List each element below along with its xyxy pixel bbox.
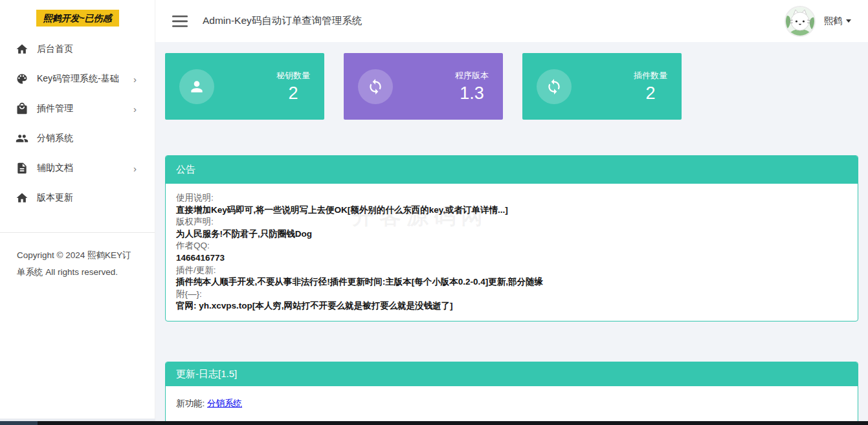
home-icon xyxy=(16,191,28,204)
user-menu[interactable]: 熙鹤 xyxy=(785,6,851,37)
stat-card-plugin-count: 插件数量 2 xyxy=(522,53,682,120)
sidebar-item-label: 后台首页 xyxy=(37,43,73,55)
stat-card-key-count: 秘钥数量 2 xyxy=(165,53,324,120)
sidebar-item-label: 分销系统 xyxy=(37,133,73,144)
stat-label: 秘钥数量 xyxy=(276,70,310,82)
sidebar-item-label: 版本更新 xyxy=(37,192,73,204)
bottom-edge-bar xyxy=(0,421,868,425)
stat-label: 程序版本 xyxy=(455,70,489,82)
announcement-line: 为人民服务!不防君子,只防圈钱Dog xyxy=(176,228,847,241)
changelog-panel-body: 新功能: 分销系统 xyxy=(166,386,858,425)
distribution-system-link[interactable]: 分销系统 xyxy=(207,398,242,408)
caret-down-icon xyxy=(846,19,851,23)
stat-value: 2 xyxy=(288,83,298,104)
stat-card-program-version: 程序版本 1.3 xyxy=(344,53,503,120)
chevron-right-icon: › xyxy=(133,104,137,114)
shopping-bag-icon xyxy=(16,102,28,115)
chevron-right-icon: › xyxy=(133,74,137,84)
announcement-line: 使用说明: xyxy=(176,192,847,204)
announcement-line: 1466416773 xyxy=(176,252,847,265)
sidebar-item-version-update[interactable]: 版本更新 xyxy=(0,183,155,213)
announcement-line: 官网: yh.xcvps.top[本人穷,网站打不开要么就是被打要么就是没钱逝了… xyxy=(176,300,847,312)
stat-cards-row: 秘钥数量 2 程序版本 1.3 插件数量 2 xyxy=(165,53,858,120)
username[interactable]: 熙鹤 xyxy=(824,16,842,27)
menu-icon[interactable] xyxy=(172,15,189,28)
sidebar-item-docs[interactable]: 辅助文档 › xyxy=(0,153,155,183)
sidebar-nav: 后台首页 Key码管理系统-基础 › 插件管理 › 分销系统 xyxy=(0,34,155,213)
sidebar-item-distribution[interactable]: 分销系统 xyxy=(0,124,155,153)
avatar[interactable] xyxy=(785,6,816,37)
copyright-text: Copyright © 2024 熙鹤KEY订单系统 All rights re… xyxy=(0,233,155,281)
announcement-line: 附{—}: xyxy=(176,289,847,301)
top-bar: Admin-Key码自动订单查询管理系统 熙鹤 xyxy=(155,0,868,42)
dev-badge: 熙鹤开发~已伤感 xyxy=(36,10,119,27)
stat-value: 2 xyxy=(645,83,655,104)
chevron-right-icon: › xyxy=(133,164,137,173)
main-content: 秘钥数量 2 程序版本 1.3 插件数量 2 公告 开客源码 xyxy=(155,42,868,425)
sidebar-item-plugin-manage[interactable]: 插件管理 › xyxy=(0,94,155,124)
page-title: Admin-Key码自动订单查询管理系统 xyxy=(203,14,362,28)
home-icon xyxy=(16,43,28,56)
sidebar-item-home[interactable]: 后台首页 xyxy=(0,34,155,64)
sidebar-item-key-manage[interactable]: Key码管理系统-基础 › xyxy=(0,64,155,94)
sync-icon xyxy=(358,69,393,104)
palette-icon xyxy=(16,72,28,85)
sidebar-item-label: Key码管理系统-基础 xyxy=(37,73,119,85)
stat-label: 插件数量 xyxy=(634,70,667,82)
people-icon xyxy=(16,132,28,145)
announcement-panel: 公告 开客源码网 使用说明: 直接增加Key码即可,将一些说明写上去便OK[额外… xyxy=(165,155,858,321)
changelog-panel-title: 更新-日志[1.5] xyxy=(166,362,858,386)
person-icon xyxy=(179,69,214,104)
announcement-line: 版权声明: xyxy=(176,216,847,228)
announcement-line: 直接增加Key码即可,将一些说明写上去便OK[额外别的什么东西的key,或者订单… xyxy=(176,204,847,217)
announcement-line: 插件纯本人顺手开发,不要从事非法行径!插件更新时间:主版本[每个小版本0.2-0… xyxy=(176,276,847,289)
sync-icon xyxy=(537,69,572,104)
new-feature-label: 新功能: xyxy=(176,398,205,408)
announcement-line: 作者QQ: xyxy=(176,240,847,252)
stat-value: 1.3 xyxy=(460,83,484,104)
changelog-panel: 更新-日志[1.5] 新功能: 分销系统 xyxy=(165,362,858,425)
sidebar: 熙鹤开发~已伤感 后台首页 Key码管理系统-基础 › 插件管理 › xyxy=(0,0,155,425)
sidebar-item-label: 插件管理 xyxy=(37,103,73,114)
announcement-panel-title: 公告 xyxy=(166,156,858,184)
sidebar-item-label: 辅助文档 xyxy=(37,162,73,174)
announcement-panel-body: 开客源码网 使用说明: 直接增加Key码即可,将一些说明写上去便OK[额外别的什… xyxy=(166,184,858,321)
announcement-line: 插件/更新: xyxy=(176,265,847,277)
document-icon xyxy=(16,162,28,175)
